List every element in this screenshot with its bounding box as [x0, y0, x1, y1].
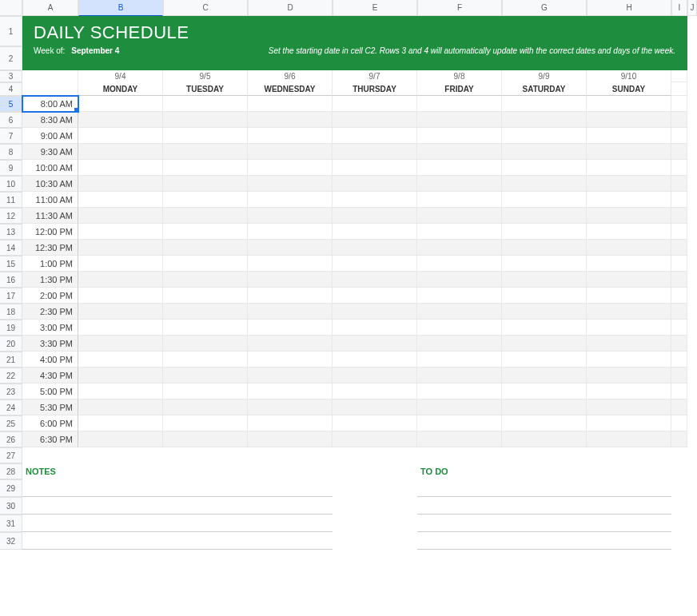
slot-wednesday-17[interactable]	[248, 368, 333, 384]
cell-J32[interactable]	[671, 532, 687, 550]
cell-J24[interactable]	[671, 399, 687, 415]
slot-thursday-18[interactable]	[333, 384, 417, 399]
cell-J10[interactable]	[671, 176, 687, 192]
cell-J31[interactable]	[671, 515, 687, 532]
slot-friday-10[interactable]	[417, 256, 502, 272]
slot-saturday-4[interactable]	[502, 160, 587, 176]
slot-tuesday-5[interactable]	[163, 176, 248, 192]
slot-thursday-8[interactable]	[333, 224, 417, 240]
col-header-I[interactable]: I	[671, 0, 687, 16]
slot-saturday-1[interactable]	[502, 112, 587, 128]
cell-J6[interactable]	[671, 112, 687, 128]
slot-thursday-15[interactable]	[333, 336, 417, 352]
slot-thursday-14[interactable]	[333, 320, 417, 336]
slot-tuesday-9[interactable]	[163, 240, 248, 256]
slot-friday-20[interactable]	[417, 415, 502, 431]
row-header-4[interactable]: 4	[0, 82, 22, 96]
cell-J14[interactable]	[671, 240, 687, 256]
col-header-B[interactable]: B	[78, 0, 163, 16]
cell-J28[interactable]	[671, 463, 687, 479]
row-header-3[interactable]: 3	[0, 70, 22, 82]
row-header-5[interactable]: 5	[0, 96, 22, 112]
col-header-H[interactable]: H	[587, 0, 671, 16]
slot-sunday-17[interactable]	[587, 368, 671, 384]
slot-monday-17[interactable]	[78, 368, 163, 384]
slot-thursday-0[interactable]	[333, 96, 417, 112]
col-header-C[interactable]: C	[163, 0, 248, 16]
slot-thursday-17[interactable]	[333, 368, 417, 384]
slot-monday-14[interactable]	[78, 320, 163, 336]
slot-thursday-5[interactable]	[333, 176, 417, 192]
slot-wednesday-8[interactable]	[248, 224, 333, 240]
time-300PM[interactable]: 3:00 PM	[22, 320, 78, 336]
row-header-17[interactable]: 17	[0, 288, 22, 304]
row-header-1[interactable]: 1	[0, 16, 22, 46]
cell-J9[interactable]	[671, 160, 687, 176]
slot-tuesday-20[interactable]	[163, 415, 248, 431]
slot-tuesday-12[interactable]	[163, 288, 248, 304]
todo-line-4[interactable]	[417, 532, 671, 550]
slot-saturday-21[interactable]	[502, 431, 587, 447]
row-header-26[interactable]: 26	[0, 431, 22, 447]
slot-wednesday-7[interactable]	[248, 208, 333, 224]
slot-thursday-20[interactable]	[333, 415, 417, 431]
slot-wednesday-14[interactable]	[248, 320, 333, 336]
slot-wednesday-4[interactable]	[248, 160, 333, 176]
time-1230PM[interactable]: 12:30 PM	[22, 240, 78, 256]
slot-tuesday-10[interactable]	[163, 256, 248, 272]
slot-wednesday-21[interactable]	[248, 431, 333, 447]
slot-saturday-6[interactable]	[502, 192, 587, 208]
slot-tuesday-21[interactable]	[163, 431, 248, 447]
cell-r27-c9[interactable]	[587, 447, 671, 463]
slot-monday-2[interactable]	[78, 128, 163, 144]
cell-B3[interactable]	[22, 70, 78, 82]
slot-sunday-21[interactable]	[587, 431, 671, 447]
slot-monday-8[interactable]	[78, 224, 163, 240]
gap-30[interactable]	[333, 497, 417, 515]
slot-friday-4[interactable]	[417, 160, 502, 176]
week-of-value[interactable]: September 4	[71, 46, 119, 55]
slot-monday-1[interactable]	[78, 112, 163, 128]
slot-sunday-5[interactable]	[587, 176, 671, 192]
slot-friday-6[interactable]	[417, 192, 502, 208]
slot-thursday-16[interactable]	[333, 352, 417, 368]
slot-friday-17[interactable]	[417, 368, 502, 384]
slot-tuesday-6[interactable]	[163, 192, 248, 208]
row-header-2[interactable]: 2	[0, 46, 22, 70]
slot-saturday-20[interactable]	[502, 415, 587, 431]
slot-sunday-8[interactable]	[587, 224, 671, 240]
slot-sunday-0[interactable]	[587, 96, 671, 112]
todo-header[interactable]: TO DO	[417, 463, 671, 479]
time-1030AM[interactable]: 10:30 AM	[22, 176, 78, 192]
cell-r27-c5[interactable]	[248, 447, 333, 463]
slot-sunday-19[interactable]	[587, 399, 671, 415]
row-header-24[interactable]: 24	[0, 399, 22, 415]
col-header-A[interactable]: A	[22, 0, 78, 16]
row-header-29[interactable]: 29	[0, 479, 22, 497]
cell-J12[interactable]	[671, 208, 687, 224]
slot-friday-7[interactable]	[417, 208, 502, 224]
slot-tuesday-1[interactable]	[163, 112, 248, 128]
slot-friday-8[interactable]	[417, 224, 502, 240]
gap-29[interactable]	[333, 479, 417, 497]
time-130PM[interactable]: 1:30 PM	[22, 272, 78, 288]
cell-r27-c4[interactable]	[163, 447, 248, 463]
gap-28[interactable]	[333, 463, 417, 479]
slot-saturday-19[interactable]	[502, 399, 587, 415]
slot-saturday-18[interactable]	[502, 384, 587, 399]
slot-tuesday-7[interactable]	[163, 208, 248, 224]
slot-saturday-5[interactable]	[502, 176, 587, 192]
cell-J23[interactable]	[671, 384, 687, 399]
slot-monday-7[interactable]	[78, 208, 163, 224]
time-1000AM[interactable]: 10:00 AM	[22, 160, 78, 176]
cell-J8[interactable]	[671, 144, 687, 160]
row-header-11[interactable]: 11	[0, 192, 22, 208]
slot-thursday-12[interactable]	[333, 288, 417, 304]
row-header-27[interactable]: 27	[0, 447, 22, 463]
todo-line-1[interactable]	[417, 479, 671, 497]
slot-monday-12[interactable]	[78, 288, 163, 304]
slot-wednesday-5[interactable]	[248, 176, 333, 192]
row-header-15[interactable]: 15	[0, 256, 22, 272]
cell-J22[interactable]	[671, 368, 687, 384]
slot-sunday-10[interactable]	[587, 256, 671, 272]
